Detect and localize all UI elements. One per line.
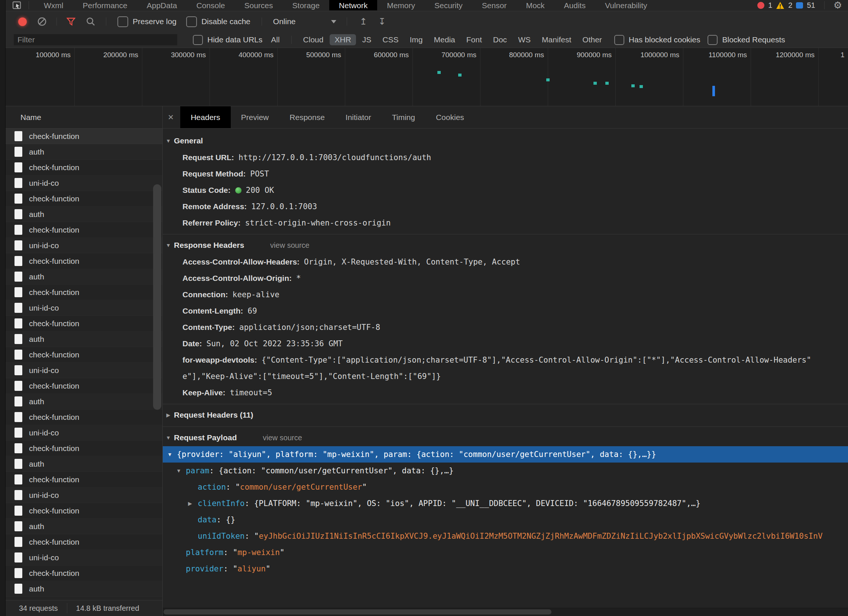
error-icon[interactable]: [757, 2, 764, 9]
selected-request-timing-bar[interactable]: [712, 86, 715, 96]
request-row[interactable]: auth: [6, 269, 162, 284]
detail-tab-preview[interactable]: Preview: [231, 106, 279, 128]
request-timing-mark[interactable]: [593, 82, 597, 85]
tab-storage[interactable]: Storage: [283, 0, 330, 10]
checkbox[interactable]: [186, 16, 197, 27]
filter-pill-ws[interactable]: WS: [513, 34, 535, 45]
tab-security[interactable]: Security: [425, 0, 472, 10]
checkbox[interactable]: [707, 35, 718, 45]
request-timing-mark[interactable]: [639, 85, 643, 88]
detail-horizontal-scrollbar[interactable]: [163, 608, 848, 616]
has-blocked-cookies-checkbox[interactable]: Has blocked cookies: [614, 35, 700, 45]
settings-gear-icon[interactable]: ⚙: [833, 0, 842, 10]
request-row[interactable]: auth: [6, 394, 162, 409]
network-overview-timeline[interactable]: 100000 ms200000 ms300000 ms400000 ms5000…: [6, 48, 848, 106]
request-row[interactable]: auth: [6, 144, 162, 160]
tab-vulnerability[interactable]: Vulnerability: [595, 0, 657, 10]
tab-network[interactable]: Network: [329, 0, 377, 10]
payload-row[interactable]: provider: "aliyun": [163, 561, 848, 577]
tab-mock[interactable]: Mock: [516, 0, 554, 10]
tab-sensor[interactable]: Sensor: [472, 0, 516, 10]
scrollbar-thumb[interactable]: [153, 184, 161, 410]
request-row[interactable]: check-function: [6, 253, 162, 269]
triangle-right-icon[interactable]: ▶: [163, 412, 174, 418]
disable-cache-checkbox[interactable]: Disable cache: [186, 16, 251, 27]
tab-performance[interactable]: Performance: [73, 0, 137, 10]
tab-console[interactable]: Console: [187, 0, 234, 10]
request-row[interactable]: check-function: [6, 129, 162, 144]
checkbox[interactable]: [117, 16, 128, 27]
triangle-down-icon[interactable]: ▼: [163, 435, 174, 441]
request-headers-section-header[interactable]: ▶ Request Headers (11): [163, 406, 848, 424]
view-source-link[interactable]: view source: [270, 241, 310, 250]
hide-data-urls-checkbox[interactable]: Hide data URLs: [193, 35, 262, 45]
message-icon[interactable]: [796, 2, 803, 9]
request-row[interactable]: check-function: [6, 409, 162, 425]
request-payload-section-header[interactable]: ▼ Request Payload view source: [163, 429, 848, 446]
filter-pill-doc[interactable]: Doc: [488, 34, 512, 45]
payload-row[interactable]: data: {}: [163, 512, 848, 528]
filter-pill-manifest[interactable]: Manifest: [537, 34, 576, 45]
requests-column-header[interactable]: Name: [6, 106, 162, 129]
blocked-requests-checkbox[interactable]: Blocked Requests: [707, 35, 785, 45]
filter-pill-css[interactable]: CSS: [378, 34, 403, 45]
tab-audits[interactable]: Audits: [554, 0, 595, 10]
search-icon[interactable]: [86, 17, 95, 27]
request-row[interactable]: uni-id-co: [6, 425, 162, 441]
request-row[interactable]: check-function: [6, 284, 162, 300]
request-row[interactable]: check-function: [6, 222, 162, 238]
filter-input[interactable]: [14, 34, 177, 45]
payload-row[interactable]: ▼{provider: "aliyun", platform: "mp-weix…: [163, 446, 848, 462]
request-row[interactable]: check-function: [6, 316, 162, 332]
detail-tab-response[interactable]: Response: [279, 106, 335, 128]
checkbox[interactable]: [193, 35, 203, 45]
export-har-icon[interactable]: ↧: [378, 16, 386, 27]
request-row[interactable]: check-function: [6, 472, 162, 487]
request-row[interactable]: check-function: [6, 347, 162, 363]
tab-memory[interactable]: Memory: [377, 0, 425, 10]
general-section-header[interactable]: ▼ General: [163, 132, 848, 150]
request-row[interactable]: uni-id-co: [6, 238, 162, 253]
filter-pill-xhr[interactable]: XHR: [330, 34, 356, 45]
request-row[interactable]: check-function: [6, 503, 162, 519]
close-icon[interactable]: ×: [163, 106, 180, 128]
triangle-down-icon[interactable]: ▼: [167, 452, 177, 458]
preserve-log-checkbox[interactable]: Preserve log: [117, 16, 176, 27]
tab-appdata[interactable]: AppData: [137, 0, 187, 10]
request-row[interactable]: check-function: [6, 191, 162, 207]
view-source-link[interactable]: view source: [263, 434, 302, 442]
request-row[interactable]: check-function: [6, 441, 162, 456]
checkbox[interactable]: [614, 35, 624, 45]
filter-pill-cloud[interactable]: Cloud: [298, 34, 329, 45]
clear-button[interactable]: [37, 17, 47, 27]
throttling-select[interactable]: Online: [273, 17, 336, 26]
request-row[interactable]: uni-id-co: [6, 487, 162, 503]
detail-tab-initiator[interactable]: Initiator: [335, 106, 382, 128]
warning-icon[interactable]: [776, 1, 784, 9]
request-row[interactable]: check-function: [6, 534, 162, 550]
detail-tab-timing[interactable]: Timing: [382, 106, 425, 128]
request-timing-mark[interactable]: [546, 78, 550, 81]
import-har-icon[interactable]: ↥: [360, 16, 367, 27]
filter-toggle-icon[interactable]: [67, 17, 76, 26]
request-row[interactable]: auth: [6, 456, 162, 472]
request-row[interactable]: check-function: [6, 160, 162, 175]
request-row[interactable]: uni-id-co: [6, 300, 162, 316]
filter-pill-img[interactable]: Img: [405, 34, 428, 45]
response-headers-section-header[interactable]: ▼ Response Headers view source: [163, 237, 848, 254]
request-row[interactable]: auth: [6, 519, 162, 534]
payload-row[interactable]: uniIdToken: "eyJhbGciOiJIUzI1NiIsInR5cCI…: [163, 528, 848, 544]
detail-tab-headers[interactable]: Headers: [180, 106, 230, 128]
detail-tab-cookies[interactable]: Cookies: [425, 106, 474, 128]
record-button[interactable]: [18, 18, 27, 26]
filter-pill-font[interactable]: Font: [461, 34, 487, 45]
filter-pill-media[interactable]: Media: [429, 34, 460, 45]
tab-wxml[interactable]: Wxml: [34, 0, 73, 10]
request-row[interactable]: uni-id-co: [6, 175, 162, 191]
request-row[interactable]: check-function: [6, 566, 162, 581]
request-timing-mark[interactable]: [458, 74, 461, 77]
request-timing-mark[interactable]: [437, 71, 441, 74]
request-row[interactable]: auth: [6, 207, 162, 222]
request-row[interactable]: auth: [6, 581, 162, 597]
request-row[interactable]: check-function: [6, 378, 162, 394]
